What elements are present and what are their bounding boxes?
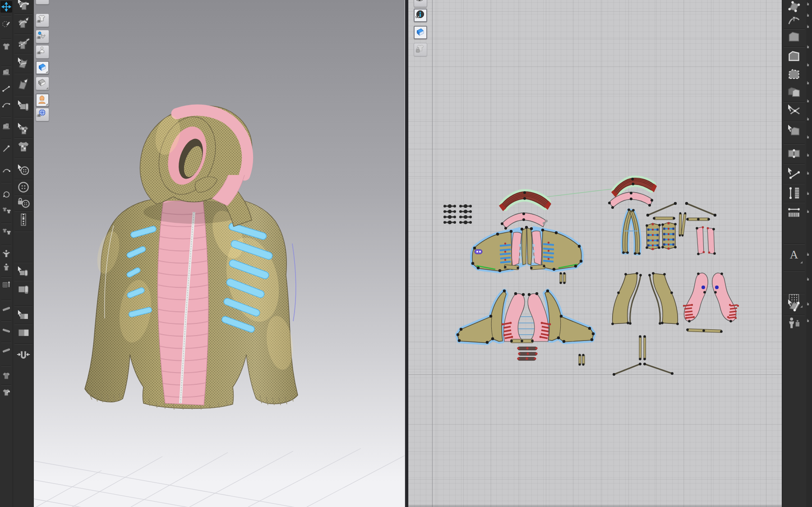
clipped-tool-6[interactable]: [807, 97, 812, 106]
button-tool[interactable]: [15, 179, 32, 196]
garment-3d[interactable]: [85, 106, 298, 410]
render-toggle[interactable]: [36, 0, 49, 5]
add-pattern-tool[interactable]: [785, 122, 803, 140]
show-2d-elements-toggle[interactable]: [414, 0, 427, 7]
pink-collar-right[interactable]: [712, 272, 739, 323]
pink-facing-strips[interactable]: [696, 226, 716, 255]
fabric-roll-tool[interactable]: [15, 280, 32, 297]
pattern-outline-tool[interactable]: [785, 47, 803, 65]
remesh-tool[interactable]: [0, 278, 12, 290]
front-bodice-panel[interactable]: [457, 290, 595, 344]
show-garment-toggle[interactable]: [36, 14, 49, 27]
side-panel-right[interactable]: [648, 272, 679, 325]
buttonhole-tool[interactable]: [15, 194, 32, 211]
show-pins-toggle[interactable]: [36, 30, 49, 43]
edit-flattening-tool[interactable]: [15, 55, 32, 72]
grading-tool[interactable]: [785, 314, 803, 332]
clipped-tool-4[interactable]: [807, 61, 812, 69]
curve-pen-3d-tool[interactable]: [15, 14, 32, 31]
edit-tape-tool[interactable]: [0, 345, 12, 356]
flattening-pen-tool[interactable]: [15, 76, 32, 93]
move-tool[interactable]: [0, 1, 12, 13]
clipped-tool-8[interactable]: [807, 134, 812, 142]
pattern-shape-tool[interactable]: [785, 28, 803, 46]
ruler-horizontal-tool[interactable]: [785, 203, 803, 221]
clipped-tool-7[interactable]: [807, 115, 812, 124]
pink-collar-left[interactable]: [683, 272, 708, 323]
narrow-facing-strips[interactable]: [679, 212, 687, 237]
seam-tack-marks[interactable]: [443, 204, 472, 224]
basting-shirt-tool[interactable]: [0, 370, 12, 382]
paint-sculpt-tool[interactable]: [0, 18, 12, 30]
avatar-fit-tool[interactable]: [0, 262, 12, 273]
pull-garment-tool[interactable]: [0, 387, 12, 398]
back-yoke-panel[interactable]: [471, 226, 582, 272]
clipped-tool-9[interactable]: [807, 152, 812, 160]
fabric-thickness-toggle[interactable]: [36, 61, 49, 74]
drape-person-tool[interactable]: [0, 248, 12, 260]
clipped-tool-2[interactable]: [807, 23, 812, 31]
hood-crown-strip-left[interactable]: [499, 191, 551, 211]
clipped-tool-15[interactable]: [807, 300, 812, 309]
pin-tool[interactable]: [0, 143, 12, 155]
lock-patterns-toggle[interactable]: [414, 43, 427, 56]
clipped-tool-10[interactable]: [807, 170, 812, 178]
edit-measure-tool[interactable]: [785, 165, 803, 183]
info-overlay-toggle[interactable]: [414, 9, 427, 22]
flatten-rotate-tool[interactable]: [0, 188, 12, 200]
show-avatar-toggle[interactable]: [36, 45, 49, 59]
hood-center-band-pair[interactable]: [622, 208, 641, 255]
clipped-tool-0[interactable]: [807, 0, 812, 9]
measure-curve-tool[interactable]: [0, 165, 12, 176]
cut-sew-lines-tool[interactable]: [785, 101, 803, 120]
clipped-tool-3[interactable]: [807, 43, 812, 51]
edit-fold-tool[interactable]: [785, 296, 803, 314]
clipped-tool-11[interactable]: [807, 190, 812, 198]
fabric-plain-toggle[interactable]: [36, 77, 49, 90]
hood-brim-left[interactable]: [501, 212, 548, 230]
2d-pattern-viewport[interactable]: [408, 0, 782, 507]
auto-sewing-tool[interactable]: [0, 120, 12, 132]
edit-pattern-3d-tool[interactable]: [15, 0, 32, 13]
clipped-tool-5[interactable]: [807, 79, 812, 88]
clipped-tool-13[interactable]: [807, 251, 812, 259]
tie-lines[interactable]: [613, 335, 674, 376]
swatch-tool[interactable]: [15, 324, 32, 341]
clone-pattern-tool[interactable]: [785, 83, 803, 101]
free-sewing-tool[interactable]: [0, 99, 12, 111]
clipped-tool-14[interactable]: [807, 276, 812, 284]
clipped-tool-16[interactable]: [807, 317, 812, 325]
hem-band[interactable]: [686, 328, 723, 333]
show-environment-toggle[interactable]: [36, 108, 49, 121]
waist-ladder-strips[interactable]: [517, 347, 537, 360]
trace-pattern-tool[interactable]: [785, 65, 803, 83]
edit-swatch-tool[interactable]: [15, 307, 32, 324]
layer-pair-tool[interactable]: [0, 204, 12, 216]
edit-texture-tool[interactable]: [15, 97, 32, 115]
3d-garment-viewport[interactable]: [34, 0, 405, 507]
layer-pair-under-tool[interactable]: [0, 226, 12, 237]
ladder-placket-right[interactable]: [661, 222, 677, 249]
edit-button-tool[interactable]: [15, 161, 32, 179]
show-fabric-toggle[interactable]: [414, 26, 427, 39]
avatar-skin-toggle[interactable]: [36, 93, 49, 107]
pin-clamp-tool[interactable]: [15, 347, 32, 364]
zipper-tool[interactable]: [15, 211, 32, 228]
clipped-tool-12[interactable]: [807, 208, 812, 216]
edit-fabric-roll-tool[interactable]: [15, 263, 32, 281]
internal-shape-tool[interactable]: [785, 144, 803, 162]
print-placement-tool[interactable]: [15, 138, 32, 155]
seam-taping-tool[interactable]: [15, 35, 32, 52]
garment-tool[interactable]: [0, 41, 12, 52]
edit-curvature-tool[interactable]: [785, 11, 803, 29]
side-panel-left[interactable]: [611, 272, 642, 325]
edit-print-tool[interactable]: [15, 120, 32, 137]
clipped-tool-1[interactable]: [807, 12, 812, 20]
text-tool[interactable]: A: [785, 246, 803, 264]
sewing-machine-tool[interactable]: [0, 66, 12, 78]
circumference-tape-tool[interactable]: [0, 325, 12, 336]
segment-sewing-tool[interactable]: [0, 83, 12, 95]
ladder-placket-left[interactable]: [646, 223, 661, 250]
ruler-vertical-tool[interactable]: [785, 184, 803, 202]
tape-measure-tool[interactable]: [0, 303, 12, 315]
